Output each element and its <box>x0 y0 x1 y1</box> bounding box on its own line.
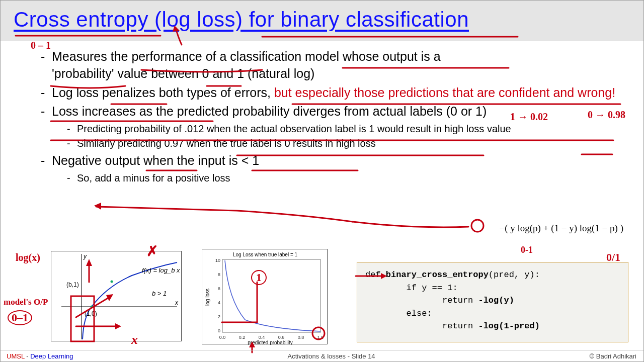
plot-panel: Log Loss when true label = 1 0 2 4 6 8 1… <box>202 249 328 344</box>
annot-code-0or1: 0/1 <box>606 251 620 264</box>
code-bold: -log(y) <box>478 296 514 305</box>
annot-one: 1 <box>251 270 267 285</box>
text: Predicting probability of .012 when the … <box>77 123 511 134</box>
code-line: return <box>365 296 478 305</box>
point-label: (b,1) <box>66 281 79 288</box>
annot-one-to: 1 → 0.02 <box>510 111 548 123</box>
annot-zero-one: 0 – 1 <box>31 40 51 51</box>
ytick: 8 <box>218 272 220 277</box>
x-axis-label: x <box>175 299 179 306</box>
x-label: predicted probability <box>248 340 293 345</box>
svg-point-3 <box>111 281 113 283</box>
xtick: 1.0 <box>317 335 324 340</box>
ytick: 2 <box>218 314 220 319</box>
args: (pred, y): <box>489 270 540 280</box>
ytick: 10 <box>215 258 220 263</box>
bullet-2: Log loss penalizes both types of errors,… <box>41 84 623 102</box>
annot-code-01: 0-1 <box>521 245 533 255</box>
sub-bullet: Predicting probability of .012 when the … <box>67 122 623 136</box>
sub-bullets: So, add a minus for a positive loss <box>67 171 623 185</box>
annot-x-mark: ✗ <box>146 243 158 259</box>
footer-course: Deep Learning <box>30 352 73 360</box>
code-bold: -log(1-pred) <box>478 321 539 331</box>
sub-bullets: Predicting probability of .012 when the … <box>67 122 623 150</box>
xtick: 0.8 <box>298 335 304 340</box>
chart-title: Log Loss when true label = 1 <box>233 252 298 257</box>
code-line: return <box>365 321 478 331</box>
xtick: 0.4 <box>259 335 265 340</box>
plot-svg: f(x) = log_b x b > 1 (b,1) (1,0) y x <box>51 251 182 342</box>
b-label: b > 1 <box>152 290 167 297</box>
footer-author: © Badri Adhikari <box>590 352 643 360</box>
footer-center: Activations & losses - Slide 14 <box>73 352 590 360</box>
text: 'probability' value between 0 and 1 (nat… <box>52 66 314 80</box>
func-name: binary_cross_entropy <box>386 270 489 280</box>
ytick: 4 <box>218 300 220 305</box>
svg-rect-4 <box>222 259 320 332</box>
bullet-4: Negative output when the input is < 1 So… <box>41 152 623 185</box>
slide-title: Cross entropy (log loss) for binary clas… <box>14 8 469 31</box>
svg-point-7 <box>471 220 484 232</box>
annot-range: 0–1 <box>8 310 32 325</box>
footer: UMSL - Deep Learning Activations & losse… <box>1 350 643 361</box>
ytick: 0 <box>218 328 220 333</box>
footer-left: UMSL - Deep Learning <box>1 352 73 360</box>
code-box: def binary_cross_entropy(pred, y): if y … <box>357 262 628 342</box>
svg-marker-6 <box>94 203 101 210</box>
footer-dash: - <box>25 352 31 360</box>
text: Log loss penalizes both types of errors, <box>52 85 274 100</box>
text: Loss increases as the predicted probabil… <box>52 104 487 118</box>
plot-panel: f(x) = log_b x b > 1 (b,1) (1,0) y x <box>51 251 182 341</box>
title-bar: Cross entropy (log loss) for binary clas… <box>1 1 643 41</box>
sub-bullet: Similarly predicting 0.97 when the true … <box>67 137 623 150</box>
xtick: 0.0 <box>219 335 226 340</box>
slide: Cross entropy (log loss) for binary clas… <box>0 0 644 362</box>
code-line: if y == 1: <box>365 283 458 293</box>
kw: def <box>365 270 386 280</box>
y-label: log loss <box>205 289 210 306</box>
xtick: 0.6 <box>278 335 285 340</box>
annot-x: x <box>131 332 138 347</box>
code-line: else: <box>365 309 432 318</box>
emphasis-text: but especially those predictions that ar… <box>274 85 615 100</box>
xtick: 0.2 <box>239 335 246 340</box>
loss-formula: −( y log(p) + (1 − y) log(1 − p) ) <box>499 223 623 234</box>
figure-log-loss: Log Loss when true label = 1 0 2 4 6 8 1… <box>202 249 328 344</box>
ytick: 6 <box>218 286 220 291</box>
text: So, add a minus for a positive loss <box>77 172 230 184</box>
annot-model-op: model's O/P <box>4 297 48 307</box>
fx-label: f(x) = log_b x <box>142 266 180 274</box>
bullet-3: Loss increases as the predicted probabil… <box>41 103 623 150</box>
svg-point-2 <box>91 306 93 308</box>
point-label: (1,0) <box>85 310 97 317</box>
figure-log-curve: f(x) = log_b x b > 1 (b,1) (1,0) y x <box>51 251 182 341</box>
plot-svg: Log Loss when true label = 1 0 2 4 6 8 1… <box>202 249 328 345</box>
footer-umsl: UMSL <box>7 352 25 360</box>
bullet-1: Measures the performance of a classifica… <box>41 48 623 82</box>
text: Similarly predicting 0.97 when the true … <box>77 138 376 149</box>
y-axis-label: y <box>83 253 87 260</box>
annot-logx: log(x) <box>16 252 40 263</box>
annot-zero-to: 0 → 0.98 <box>588 109 625 121</box>
text: Negative output when the input is < 1 <box>52 153 259 167</box>
sub-bullet: So, add a minus for a positive loss <box>67 171 623 185</box>
text: Measures the performance of a classifica… <box>52 49 441 63</box>
